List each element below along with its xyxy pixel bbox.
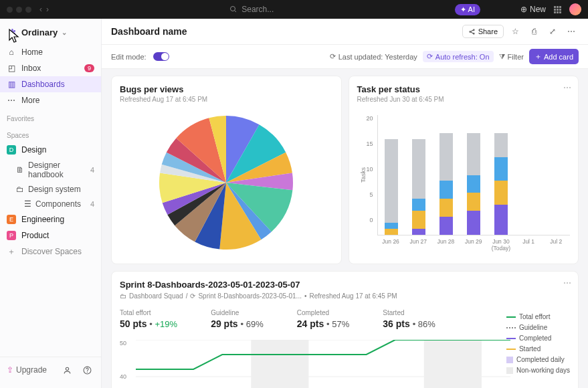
x-axis-labels: Jun 26Jun 27Jun 28Jun 29Jun 30(Today)Jul… xyxy=(377,238,571,252)
print-button[interactable]: ⎙ xyxy=(526,24,541,39)
share-icon xyxy=(468,28,476,35)
svg-rect-9 xyxy=(424,340,482,388)
space-color-icon: D xyxy=(7,145,16,155)
doc-designer-handbook[interactable]: 🗎 Designer handbook 4 xyxy=(0,158,101,182)
favorite-button[interactable]: ☆ xyxy=(508,24,522,39)
upgrade-button[interactable]: ⇪ Upgrade xyxy=(7,365,47,375)
svg-point-0 xyxy=(231,7,235,11)
bar-chart xyxy=(377,115,570,235)
filter-icon: ⧩ xyxy=(499,52,505,61)
home-icon: ⌂ xyxy=(7,47,16,57)
sprint-icon: ⟳ xyxy=(190,292,195,300)
dashboard-icon: ▥ xyxy=(7,80,16,89)
user-avatar[interactable] xyxy=(569,3,581,15)
spaces-heading: Spaces xyxy=(0,125,101,142)
svg-point-6 xyxy=(473,29,474,30)
help-button[interactable] xyxy=(80,363,94,377)
upgrade-icon: ⇪ xyxy=(7,365,13,375)
ai-button[interactable]: ✦ AI xyxy=(455,4,480,15)
nav-back-button[interactable]: ‹ xyxy=(39,5,42,14)
folder-icon: 🗀 xyxy=(120,292,126,300)
global-search[interactable]: Search... xyxy=(229,5,274,14)
svg-point-4 xyxy=(87,371,88,372)
filter-button[interactable]: ⧩ Filter xyxy=(499,52,524,61)
folder-design-system[interactable]: 🗀 Design system xyxy=(0,182,101,197)
page-title: Dashboard name xyxy=(111,26,187,37)
space-design[interactable]: D Design xyxy=(0,142,101,158)
refresh-button[interactable]: ⟳ Last updated: Yesterday xyxy=(330,52,417,61)
space-product[interactable]: P Product xyxy=(0,227,101,244)
pie-chart xyxy=(156,112,296,253)
line-chart-svg xyxy=(136,340,510,388)
card-title: Task per status xyxy=(357,84,571,94)
card-subtitle: Refreshed Jun 30 at 6:45 PM xyxy=(357,96,571,103)
dashboard-toolbar: Edit mode: ⟳ Last updated: Yesterday ⟳ A… xyxy=(102,45,588,69)
sidebar: ✻ Ordinary ⌄ ⌂ Home ◰ Inbox 9 ▥ Dashboar… xyxy=(0,19,102,388)
titlebar: ‹ › Search... ✦ AI ⊕ New xyxy=(0,0,588,19)
help-icon xyxy=(83,366,92,375)
chevron-down-icon: ⌄ xyxy=(62,29,67,36)
auto-refresh-chip[interactable]: ⟳ Auto refresh: On xyxy=(423,51,494,62)
more-icon: ⋯ xyxy=(7,96,16,105)
svg-line-1 xyxy=(235,11,237,13)
doc-icon: 🗎 xyxy=(16,165,24,175)
refresh-icon: ⟳ xyxy=(330,52,336,61)
card-menu-button[interactable]: ⋯ xyxy=(563,278,571,288)
more-menu-button[interactable]: ⋯ xyxy=(564,24,579,39)
user-icon xyxy=(63,366,72,375)
sprint-breadcrumb: 🗀 Dashboard Squad / ⟳ Sprint 8-Dashboard… xyxy=(120,292,570,300)
card-sprint: ⋯ Sprint 8-Dashboards-2023-05-01-2023-05… xyxy=(111,271,579,388)
page-header: Dashboard name Share ☆ ⎙ ⤢ ⋯ xyxy=(102,19,588,45)
sparkle-icon: ✦ xyxy=(460,5,466,14)
autorefresh-icon: ⟳ xyxy=(427,52,433,61)
sidebar-item-home[interactable]: ⌂ Home xyxy=(0,44,101,60)
main-content: Dashboard name Share ☆ ⎙ ⤢ ⋯ Edit mode: … xyxy=(102,19,588,388)
edit-mode-label: Edit mode: xyxy=(111,53,146,61)
fullscreen-button[interactable]: ⤢ xyxy=(545,24,560,39)
window-traffic-lights xyxy=(7,7,31,13)
space-color-icon: P xyxy=(7,231,16,240)
folder-icon: 🗀 xyxy=(16,185,24,194)
inbox-icon: ◰ xyxy=(7,64,16,73)
edit-mode-toggle[interactable] xyxy=(153,52,169,61)
card-title: Bugs per views xyxy=(120,84,333,94)
card-subtitle: Refreshed Aug 17 at 6:45 PM xyxy=(120,96,333,103)
sprint-metrics: Total effort50 pts • +19%Guideline29 pts… xyxy=(120,309,570,329)
card-menu-button[interactable]: ⋯ xyxy=(563,83,571,92)
workspace-switcher[interactable]: ✻ Ordinary ⌄ xyxy=(0,24,101,44)
svg-point-2 xyxy=(66,367,68,370)
workspace-name: Ordinary xyxy=(21,27,58,37)
sprint-line-chart: 504030 xyxy=(120,340,570,388)
invite-button[interactable] xyxy=(60,363,74,377)
y-axis-ticks: 20151050 xyxy=(367,115,377,235)
apps-grid-button[interactable] xyxy=(554,6,561,13)
favorites-heading: Favorites xyxy=(0,108,101,125)
sidebar-item-inbox[interactable]: ◰ Inbox 9 xyxy=(0,60,101,76)
workspace-logo-icon: ✻ xyxy=(7,27,17,37)
plus-icon: ＋ xyxy=(7,247,16,256)
plus-circle-icon: ⊕ xyxy=(520,5,527,14)
share-button[interactable]: Share xyxy=(462,25,504,38)
list-components[interactable]: ☰ Components 4 xyxy=(0,197,101,211)
list-icon: ☰ xyxy=(24,199,31,209)
space-engineering[interactable]: E Engineering xyxy=(0,211,101,227)
card-task-per-status: ⋯ Task per status Refreshed Jun 30 at 6:… xyxy=(349,76,579,264)
sidebar-item-more[interactable]: ⋯ More xyxy=(0,92,101,108)
svg-point-5 xyxy=(469,31,470,32)
card-bugs-per-views: Bugs per views Refreshed Aug 17 at 6:45 … xyxy=(111,76,342,264)
card-title: Sprint 8-Dashboards-2023-05-01-2023-05-0… xyxy=(120,280,570,290)
space-color-icon: E xyxy=(7,215,16,224)
y-axis-label: Tasks xyxy=(357,167,367,183)
svg-rect-8 xyxy=(251,340,308,388)
add-card-button[interactable]: ＋ Add card xyxy=(529,49,579,64)
svg-point-7 xyxy=(473,33,474,34)
new-button[interactable]: ⊕ New xyxy=(520,5,546,14)
search-icon xyxy=(229,5,237,13)
plus-icon: ＋ xyxy=(534,52,542,62)
sidebar-item-dashboards[interactable]: ▥ Dashboards xyxy=(0,76,101,92)
discover-spaces[interactable]: ＋ Discover Spaces xyxy=(0,244,101,260)
inbox-badge: 9 xyxy=(84,64,94,72)
search-placeholder: Search... xyxy=(241,5,274,14)
